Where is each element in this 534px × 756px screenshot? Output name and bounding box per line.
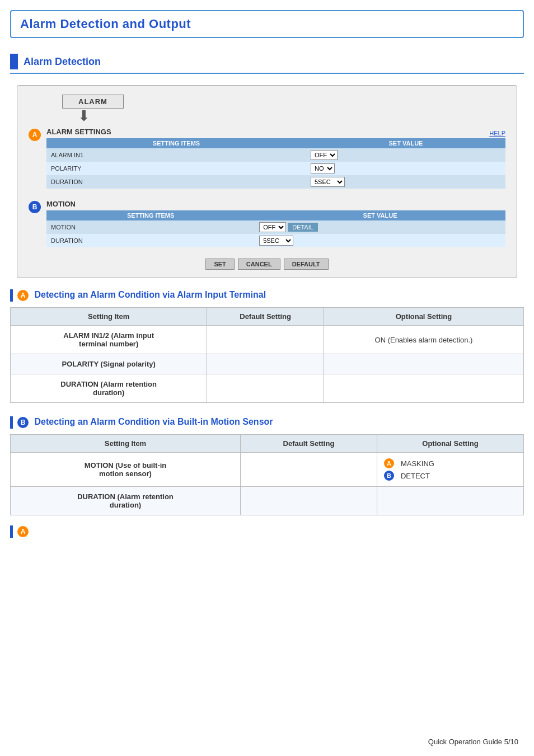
alarm-row-1: ALARM IN1 OFF ON <box>46 148 505 162</box>
section-a-optional-2 <box>324 354 523 374</box>
motion-table-header-value: SET VALUE <box>255 210 505 220</box>
section-b-optional-1: A MASKING B DETECT <box>377 453 523 487</box>
section-a-subtitle: A Detecting an Alarm Condition via Alarm… <box>10 289 524 302</box>
motion-item-1: MOTION <box>46 220 255 234</box>
motion-settings-wrap: MOTION SETTING ITEMS SET VALUE MOTION OF… <box>46 200 505 253</box>
section-a-item-1: ALARM IN1/2 (Alarm inputterminal number) <box>11 326 207 354</box>
motion-value-2[interactable]: 5SEC 10SEC 30SEC <box>255 234 505 247</box>
page-header: Alarm Detection and Output <box>10 10 524 38</box>
motion-table-header-item: SETTING ITEMS <box>46 210 255 220</box>
masking-label: MASKING <box>401 459 434 468</box>
page-footer: Quick Operation Guide 5/10 <box>428 738 518 746</box>
badge-b-diagram: B <box>29 201 41 213</box>
detail-button[interactable]: DETAIL <box>288 223 318 232</box>
motion-settings-table: SETTING ITEMS SET VALUE MOTION OFF ON DE… <box>46 210 505 247</box>
section-b-row-1: MOTION (Use of built-inmotion sensor) A … <box>11 453 524 487</box>
section-b-table: Setting Item Default Setting Optional Se… <box>10 434 524 515</box>
alarm-settings-table: SETTING ITEMS SET VALUE ALARM IN1 OFF ON <box>46 138 505 189</box>
section-a-blue-pipe <box>10 289 13 302</box>
duration-select[interactable]: 5SEC 10SEC 30SEC <box>311 177 345 187</box>
page-title: Alarm Detection and Output <box>20 17 514 31</box>
section-b-item-1: MOTION (Use of built-inmotion sensor) <box>11 453 241 487</box>
alarm-in1-select[interactable]: OFF ON <box>311 150 338 160</box>
section-a-item-3: DURATION (Alarm retentionduration) <box>11 374 207 403</box>
section-b-th-optional: Optional Setting <box>377 435 523 453</box>
bottom-badge-a: A <box>17 526 29 537</box>
alarm-item-1: ALARM IN1 <box>46 148 306 162</box>
section-b-default-2 <box>240 487 377 515</box>
alarm-item-3: DURATION <box>46 175 306 189</box>
alarm-detection-section-header: Alarm Detection <box>10 54 524 74</box>
section-b-default-1 <box>240 453 377 487</box>
section-b-th-default: Default Setting <box>240 435 377 453</box>
alarm-table-header-value: SET VALUE <box>306 138 505 148</box>
section-a-table: Setting Item Default Setting Optional Se… <box>10 307 524 403</box>
alarm-settings-label: ALARM SETTINGS <box>46 128 111 136</box>
alarm-box-label: ALARM <box>62 95 124 109</box>
set-button[interactable]: SET <box>205 259 234 270</box>
section-b-badge: B <box>17 417 29 428</box>
alarm-settings-wrap: ALARM SETTINGS HELP SETTING ITEMS SET VA… <box>46 128 505 194</box>
blue-bar-icon <box>10 54 18 69</box>
bottom-badge-row: A <box>10 525 524 538</box>
alarm-value-3[interactable]: 5SEC 10SEC 30SEC <box>306 175 505 189</box>
ui-diagram: ALARM ⬇ A ALARM SETTINGS HELP SETTING IT… <box>17 85 517 278</box>
section-b-th-item: Setting Item <box>11 435 241 453</box>
motion-value-1[interactable]: OFF ON DETAIL <box>255 220 505 234</box>
help-link[interactable]: HELP <box>489 130 505 137</box>
section-a-row-2: POLARITY (Signal polarity) <box>11 354 524 374</box>
motion-badge-a: A <box>384 458 394 468</box>
motion-row-1: MOTION OFF ON DETAIL <box>46 220 505 234</box>
section-a-th-item: Setting Item <box>11 308 207 326</box>
section-a-badge: A <box>17 290 29 301</box>
default-button[interactable]: DEFAULT <box>284 259 329 270</box>
section-a-th-optional: Optional Setting <box>324 308 523 326</box>
diagram-button-row: SET CANCEL DEFAULT <box>29 259 505 270</box>
alarm-row-3: DURATION 5SEC 10SEC 30SEC <box>46 175 505 189</box>
section-b-optional-2 <box>377 487 523 515</box>
alarm-item-2: POLARITY <box>46 162 306 175</box>
alarm-box-wrap: ALARM ⬇ <box>62 95 505 123</box>
section-a-optional-1: ON (Enables alarm detection.) <box>324 326 523 354</box>
alarm-row-2: POLARITY NO NC <box>46 162 505 175</box>
footer-text: Quick Operation Guide 5/10 <box>428 738 518 746</box>
section-b-subtitle: B Detecting an Alarm Condition via Built… <box>10 416 524 429</box>
section-a-default-2 <box>207 354 324 374</box>
section-a-default-3 <box>207 374 324 403</box>
section-a-item-2: POLARITY (Signal polarity) <box>11 354 207 374</box>
polarity-select[interactable]: NO NC <box>311 163 335 173</box>
section-a-heading: A Detecting an Alarm Condition via Alarm… <box>17 290 266 301</box>
section-b-heading: B Detecting an Alarm Condition via Built… <box>17 417 273 428</box>
motion-row-2: DURATION 5SEC 10SEC 30SEC <box>46 234 505 247</box>
detect-label: DETECT <box>401 472 430 480</box>
alarm-value-1[interactable]: OFF ON <box>306 148 505 162</box>
section-a-default-1 <box>207 326 324 354</box>
alarm-table-header-item: SETTING ITEMS <box>46 138 306 148</box>
motion-label: MOTION <box>46 200 505 208</box>
motion-badge-b: B <box>384 471 394 481</box>
alarm-detection-title: Alarm Detection <box>24 56 101 68</box>
bottom-blue-pipe <box>10 525 13 538</box>
motion-item-2: DURATION <box>46 234 255 247</box>
alarm-value-2[interactable]: NO NC <box>306 162 505 175</box>
badge-a-diagram: A <box>29 129 41 141</box>
section-a-row-3: DURATION (Alarm retentionduration) <box>11 374 524 403</box>
down-arrow-icon: ⬇ <box>78 109 90 123</box>
section-a-th-default: Default Setting <box>207 308 324 326</box>
motion-duration-select[interactable]: 5SEC 10SEC 30SEC <box>259 236 293 246</box>
motion-select[interactable]: OFF ON <box>259 222 286 232</box>
section-a-row-1: ALARM IN1/2 (Alarm inputterminal number)… <box>11 326 524 354</box>
section-a-optional-3 <box>324 374 523 403</box>
cancel-button[interactable]: CANCEL <box>238 259 280 270</box>
section-b-row-2: DURATION (Alarm retentionduration) <box>11 487 524 515</box>
section-b-item-2: DURATION (Alarm retentionduration) <box>11 487 241 515</box>
section-b-blue-pipe <box>10 416 13 429</box>
